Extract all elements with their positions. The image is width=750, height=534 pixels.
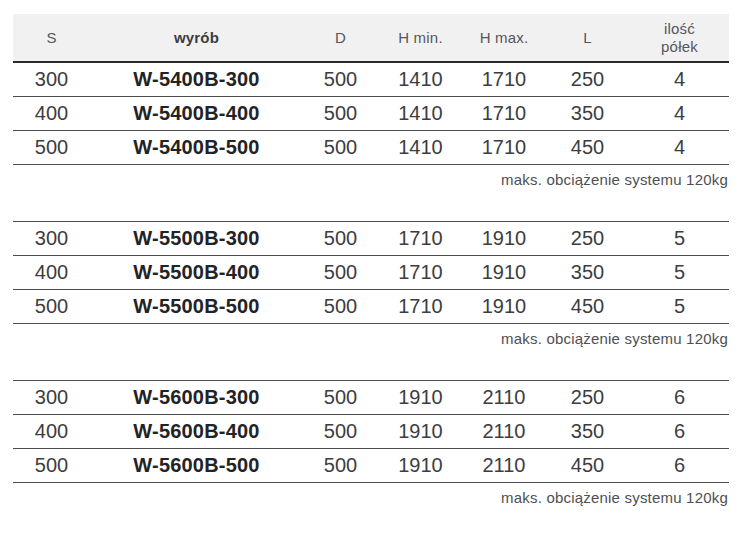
table-row: 500W-5600B-500500191021104506 bbox=[13, 449, 729, 483]
value-cell: 350 bbox=[545, 261, 630, 284]
column-header-s: S bbox=[13, 29, 90, 46]
value-cell: 500 bbox=[303, 295, 378, 318]
value-cell: 500 bbox=[303, 227, 378, 250]
value-cell: 1910 bbox=[378, 454, 463, 477]
value-cell: 1410 bbox=[378, 102, 463, 125]
value-cell: 400 bbox=[13, 261, 90, 284]
value-cell: 250 bbox=[545, 68, 630, 91]
value-cell: 5 bbox=[630, 227, 729, 250]
value-cell: 450 bbox=[545, 295, 630, 318]
value-cell: 500 bbox=[303, 261, 378, 284]
column-header-hmin: H min. bbox=[378, 29, 463, 46]
value-cell: 5 bbox=[630, 295, 729, 318]
column-header-ilosc-polek: ilość półek bbox=[630, 20, 729, 55]
value-cell: 500 bbox=[303, 136, 378, 159]
table-row: 300W-5500B-300500171019102505 bbox=[13, 222, 729, 256]
value-cell: 1710 bbox=[378, 227, 463, 250]
product-name-cell: W-5600B-500 bbox=[90, 454, 303, 477]
value-cell: 1710 bbox=[463, 102, 545, 125]
value-cell: 400 bbox=[13, 420, 90, 443]
table-row: 500W-5400B-500500141017104504 bbox=[13, 131, 729, 165]
value-cell: 6 bbox=[630, 454, 729, 477]
column-header-wyrob: wyrób bbox=[90, 29, 303, 46]
value-cell: 500 bbox=[303, 102, 378, 125]
value-cell: 450 bbox=[545, 454, 630, 477]
table-group: 300W-5500B-300500171019102505400W-5500B-… bbox=[13, 221, 729, 324]
product-name-cell: W-5400B-400 bbox=[90, 102, 303, 125]
value-cell: 1910 bbox=[378, 386, 463, 409]
value-cell: 1910 bbox=[463, 295, 545, 318]
value-cell: 1910 bbox=[378, 420, 463, 443]
value-cell: 500 bbox=[303, 420, 378, 443]
product-name-cell: W-5600B-300 bbox=[90, 386, 303, 409]
spec-table: S wyrób D H min. H max. L ilość półek 30… bbox=[13, 14, 729, 534]
value-cell: 6 bbox=[630, 386, 729, 409]
table-group: 300W-5400B-300500141017102504400W-5400B-… bbox=[13, 63, 729, 165]
product-name-cell: W-5500B-400 bbox=[90, 261, 303, 284]
column-header-ilosc-polek-label: ilość półek bbox=[654, 20, 706, 55]
value-cell: 500 bbox=[303, 386, 378, 409]
value-cell: 2110 bbox=[463, 420, 545, 443]
value-cell: 300 bbox=[13, 68, 90, 91]
value-cell: 1710 bbox=[378, 261, 463, 284]
max-load-note: maks. obciążenie systemu 120kg bbox=[13, 165, 729, 188]
value-cell: 2110 bbox=[463, 386, 545, 409]
table-row: 500W-5500B-500500171019104505 bbox=[13, 290, 729, 324]
max-load-note: maks. obciążenie systemu 120kg bbox=[13, 483, 729, 506]
product-name-cell: W-5600B-400 bbox=[90, 420, 303, 443]
value-cell: 4 bbox=[630, 68, 729, 91]
value-cell: 1910 bbox=[463, 227, 545, 250]
value-cell: 250 bbox=[545, 227, 630, 250]
product-name-cell: W-5400B-500 bbox=[90, 136, 303, 159]
value-cell: 350 bbox=[545, 420, 630, 443]
column-header-l: L bbox=[545, 29, 630, 46]
value-cell: 2110 bbox=[463, 454, 545, 477]
table-row: 300W-5400B-300500141017102504 bbox=[13, 63, 729, 97]
value-cell: 300 bbox=[13, 227, 90, 250]
value-cell: 500 bbox=[13, 136, 90, 159]
table-row: 400W-5400B-400500141017103504 bbox=[13, 97, 729, 131]
value-cell: 1410 bbox=[378, 68, 463, 91]
product-name-cell: W-5500B-300 bbox=[90, 227, 303, 250]
product-name-cell: W-5500B-500 bbox=[90, 295, 303, 318]
max-load-note: maks. obciążenie systemu 120kg bbox=[13, 324, 729, 347]
value-cell: 1710 bbox=[378, 295, 463, 318]
value-cell: 450 bbox=[545, 136, 630, 159]
table-body: 300W-5400B-300500141017102504400W-5400B-… bbox=[13, 63, 729, 506]
value-cell: 1710 bbox=[463, 136, 545, 159]
value-cell: 5 bbox=[630, 261, 729, 284]
product-name-cell: W-5400B-300 bbox=[90, 68, 303, 91]
table-group: 300W-5600B-300500191021102506400W-5600B-… bbox=[13, 380, 729, 483]
value-cell: 4 bbox=[630, 136, 729, 159]
value-cell: 4 bbox=[630, 102, 729, 125]
value-cell: 300 bbox=[13, 386, 90, 409]
table-row: 400W-5500B-400500171019103505 bbox=[13, 256, 729, 290]
value-cell: 500 bbox=[13, 454, 90, 477]
table-row: 400W-5600B-400500191021103506 bbox=[13, 415, 729, 449]
value-cell: 500 bbox=[13, 295, 90, 318]
value-cell: 1910 bbox=[463, 261, 545, 284]
value-cell: 250 bbox=[545, 386, 630, 409]
value-cell: 500 bbox=[303, 454, 378, 477]
value-cell: 1710 bbox=[463, 68, 545, 91]
value-cell: 500 bbox=[303, 68, 378, 91]
value-cell: 350 bbox=[545, 102, 630, 125]
column-header-hmax: H max. bbox=[463, 29, 545, 46]
value-cell: 6 bbox=[630, 420, 729, 443]
table-header-row: S wyrób D H min. H max. L ilość półek bbox=[13, 14, 729, 63]
table-row: 300W-5600B-300500191021102506 bbox=[13, 381, 729, 415]
column-header-d: D bbox=[303, 29, 378, 46]
value-cell: 1410 bbox=[378, 136, 463, 159]
value-cell: 400 bbox=[13, 102, 90, 125]
